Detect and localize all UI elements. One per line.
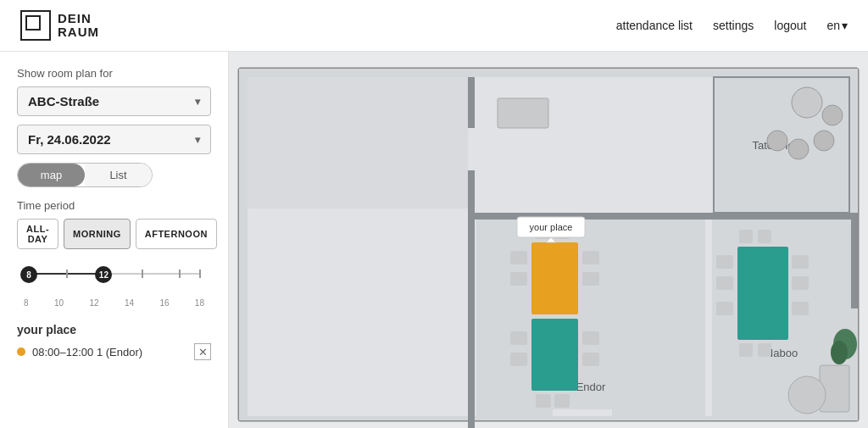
slider-labels: 8 10 12 14 16 18 — [20, 298, 208, 308]
logo-line1: DEIN — [58, 12, 99, 26]
logo: DEIN RAUM — [20, 10, 99, 41]
svg-rect-50 — [851, 220, 858, 308]
nav-attendance[interactable]: attendance list — [616, 19, 693, 32]
booking-text: 08:00–12:00 1 (Endor) — [32, 346, 187, 359]
btn-afternoon[interactable]: AFTERNOON — [136, 219, 217, 249]
slider-handle-start[interactable]: 8 — [20, 266, 37, 283]
svg-point-9 — [822, 105, 843, 125]
time-period-buttons: ALL-DAY MORNING AFTERNOON — [17, 219, 211, 249]
svg-rect-22 — [510, 251, 527, 264]
svg-point-49 — [831, 341, 848, 364]
tick-16 — [179, 270, 181, 278]
tick-18 — [199, 270, 201, 278]
svg-rect-25 — [510, 353, 527, 366]
svg-rect-44 — [758, 343, 771, 357]
svg-rect-19 — [553, 409, 612, 416]
slider-handle-end[interactable]: 12 — [95, 266, 112, 283]
booking-item: 08:00–12:00 1 (Endor) ✕ — [17, 343, 211, 360]
svg-rect-41 — [739, 230, 753, 243]
slider-end-value: 12 — [99, 270, 108, 280]
room-dropdown-arrow: ▾ — [195, 96, 200, 108]
slider-label-12: 12 — [89, 298, 98, 308]
nav-logout[interactable]: logout — [774, 19, 806, 32]
floor-plan[interactable]: Tatooine Endor Naboo — [229, 52, 868, 428]
svg-point-47 — [788, 376, 826, 414]
date-dropdown-arrow: ▾ — [195, 134, 200, 146]
date-dropdown[interactable]: Fr, 24.06.2022 ▾ — [17, 125, 211, 154]
slider-label-8: 8 — [24, 298, 29, 308]
svg-rect-33 — [554, 394, 570, 408]
svg-rect-28 — [582, 331, 599, 345]
svg-rect-43 — [739, 343, 753, 357]
svg-rect-23 — [510, 272, 527, 286]
logo-line2: RAUM — [58, 25, 99, 40]
svg-rect-36 — [716, 276, 733, 290]
svg-rect-26 — [582, 251, 599, 264]
language-selector[interactable]: en ▾ — [826, 19, 848, 32]
floor-plan-svg: Tatooine Endor Naboo — [229, 52, 868, 428]
main-layout: Show room plan for ABC-Straße ▾ Fr, 24.0… — [0, 52, 868, 428]
nav-settings[interactable]: settings — [713, 19, 754, 32]
room-dropdown-value: ABC-Straße — [28, 94, 99, 108]
booking-dot — [17, 347, 25, 356]
svg-rect-40 — [792, 302, 809, 315]
tick-14 — [142, 270, 143, 278]
sidebar: Show room plan for ABC-Straße ▾ Fr, 24.0… — [0, 52, 229, 428]
show-room-label: Show room plan for — [17, 67, 211, 80]
svg-point-11 — [788, 139, 809, 159]
svg-rect-29 — [582, 353, 599, 366]
slider-track: 8 12 — [20, 261, 208, 295]
svg-rect-37 — [716, 302, 733, 315]
svg-rect-20 — [531, 242, 578, 314]
time-slider[interactable]: 8 12 8 10 12 14 16 18 — [17, 261, 211, 308]
svg-point-8 — [792, 87, 822, 118]
svg-rect-38 — [792, 255, 809, 269]
svg-rect-34 — [737, 247, 788, 340]
svg-rect-21 — [531, 319, 578, 391]
tick-10 — [66, 270, 68, 278]
svg-text:Endor: Endor — [576, 381, 606, 393]
room-dropdown[interactable]: ABC-Straße ▾ — [17, 86, 211, 116]
svg-rect-32 — [536, 394, 551, 408]
time-period-label: Time period — [17, 199, 211, 212]
slider-label-14: 14 — [125, 298, 134, 308]
svg-text:your place: your place — [530, 222, 573, 232]
svg-rect-39 — [792, 276, 809, 290]
slider-label-10: 10 — [54, 298, 64, 308]
header: DEIN RAUM attendance list settings logou… — [0, 0, 868, 52]
svg-rect-45 — [498, 98, 548, 128]
booking-delete-button[interactable]: ✕ — [194, 343, 211, 360]
slider-label-18: 18 — [195, 298, 204, 308]
toggle-list[interactable]: List — [85, 164, 152, 186]
btn-morning[interactable]: MORNING — [64, 219, 131, 249]
logo-text: DEIN RAUM — [58, 12, 99, 40]
date-dropdown-value: Fr, 24.06.2022 — [28, 132, 111, 147]
svg-rect-18 — [468, 128, 475, 170]
svg-point-12 — [767, 131, 787, 151]
svg-rect-35 — [716, 255, 733, 269]
svg-rect-27 — [582, 272, 599, 286]
your-place-title: your place — [17, 323, 211, 336]
svg-rect-13 — [248, 77, 468, 208]
nav: attendance list settings logout en ▾ — [616, 19, 848, 32]
svg-rect-42 — [758, 230, 771, 243]
btn-all-day[interactable]: ALL-DAY — [17, 219, 58, 249]
svg-rect-24 — [510, 331, 527, 345]
slider-label-16: 16 — [159, 298, 169, 308]
view-toggle: map List — [17, 163, 153, 187]
svg-point-10 — [814, 131, 834, 151]
toggle-map[interactable]: map — [18, 164, 85, 186]
slider-start-value: 8 — [26, 270, 31, 280]
language-arrow: ▾ — [842, 19, 848, 32]
language-label: en — [826, 19, 840, 32]
logo-icon — [20, 10, 51, 41]
